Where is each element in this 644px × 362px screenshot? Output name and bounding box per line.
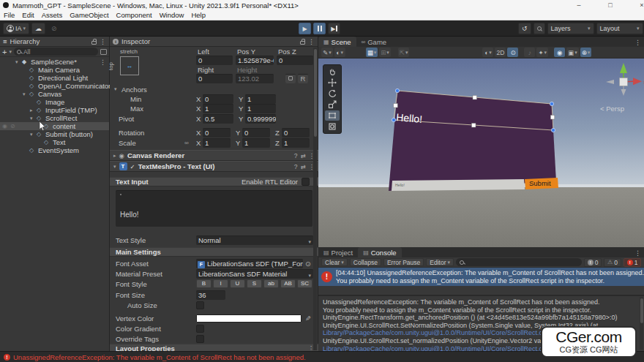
handle-corner-br[interactable]	[551, 128, 555, 132]
vertex-color-swatch[interactable]	[196, 314, 302, 323]
canvas-quad[interactable]	[389, 91, 556, 191]
grid-visibility-toggle[interactable]	[366, 48, 378, 57]
pivot-y-field[interactable]: 0.9999999	[245, 114, 276, 124]
more-options-icon[interactable]	[308, 38, 315, 45]
play-button[interactable]	[299, 23, 311, 34]
handle-corner-bl[interactable]	[392, 118, 395, 121]
tree-row-openai-communicator[interactable]: ◇OpenAI_Communicator	[0, 82, 109, 90]
tree-row-content-selected[interactable]: ◇content	[0, 122, 109, 130]
tree-row-submit-button[interactable]: ▾◇Submit (button)	[0, 130, 109, 138]
info-count-badge[interactable]: !0	[584, 258, 602, 267]
presets-icon[interactable]	[300, 163, 305, 170]
tab-scene[interactable]: Scene	[318, 37, 356, 47]
presets-icon[interactable]	[300, 152, 305, 159]
console-error-entry[interactable]: ! [04:44:10] UnassignedReferenceExceptio…	[318, 268, 644, 286]
foldout-icon[interactable]: ▸	[30, 108, 37, 113]
material-preset-dropdown[interactable]: LiberationSans SDF Material	[196, 269, 313, 279]
tree-row-scrollrect[interactable]: ▾◇ScrollRect	[0, 114, 109, 122]
picking-toggle-icon[interactable]	[10, 123, 15, 129]
handle-left-mid[interactable]	[394, 104, 398, 108]
layout-dropdown[interactable]: Layout	[596, 23, 643, 34]
add-object-button[interactable]: +	[2, 48, 7, 56]
tree-row-text[interactable]: ◇Text	[0, 138, 109, 146]
override-tags-checkbox[interactable]	[196, 335, 204, 343]
menu-file[interactable]: File	[4, 11, 15, 19]
picking-toggle[interactable]	[321, 48, 333, 57]
collab-button[interactable]	[48, 23, 61, 34]
cloud-button[interactable]	[31, 23, 45, 34]
foldout-icon[interactable]: ▾	[113, 164, 116, 170]
minimize-button[interactable]: –	[571, 0, 587, 10]
eyedropper-icon[interactable]	[305, 314, 311, 323]
pause-button[interactable]	[313, 23, 326, 34]
console-search-input[interactable]	[456, 258, 582, 266]
transform-tool[interactable]	[325, 121, 340, 132]
color-gradient-checkbox[interactable]	[196, 325, 204, 333]
search-options-icon[interactable]	[100, 49, 107, 55]
lowercase-button[interactable]: ab	[263, 279, 279, 288]
hierarchy-search-input[interactable]: All	[14, 48, 98, 56]
lock-icon[interactable]	[300, 41, 305, 45]
scene-viewport[interactable]: Hello! Submit Hello!	[318, 59, 644, 247]
more-options-icon[interactable]	[634, 249, 641, 257]
effects-dropdown[interactable]	[536, 48, 548, 57]
min-y-field[interactable]: 1	[245, 94, 276, 104]
foldout-icon[interactable]: ▾	[30, 132, 37, 137]
left-field[interactable]: 0	[196, 56, 233, 65]
gizmos-dropdown[interactable]	[580, 48, 592, 57]
height-field[interactable]: 123.02	[236, 74, 274, 83]
tree-row-inputfield[interactable]: ▸◇InputField (TMP)	[0, 106, 109, 114]
step-button[interactable]	[328, 23, 340, 34]
error-pause-button[interactable]: Error Pause	[383, 258, 424, 266]
help-icon[interactable]	[294, 152, 298, 159]
posz-field[interactable]: 0	[277, 56, 313, 65]
scale-y-field[interactable]: 1	[242, 138, 270, 148]
scene-input-field[interactable]	[392, 179, 525, 191]
move-tool[interactable]	[325, 78, 340, 88]
scale-z-field[interactable]: 1	[282, 138, 310, 148]
rtl-editor-checkbox[interactable]	[302, 178, 310, 186]
rotate-tool[interactable]	[325, 88, 340, 99]
scale-x-field[interactable]: 1	[203, 138, 231, 148]
lighting-toggle[interactable]	[507, 48, 518, 57]
menu-gameobject[interactable]: GameObject	[70, 11, 108, 19]
more-options-icon[interactable]	[634, 39, 641, 46]
warning-count-badge[interactable]: 0	[604, 258, 621, 267]
snap-settings-toggle[interactable]	[379, 48, 391, 57]
tmp-text-component[interactable]: ▾ T TextMeshPro - Text (UI)	[110, 161, 318, 172]
tree-row-eventsystem[interactable]: ◇EventSystem	[0, 146, 109, 154]
rect-tool[interactable]	[325, 110, 340, 121]
hand-tool[interactable]	[325, 67, 340, 77]
tree-row-canvas[interactable]: ▾◇Canvas	[0, 90, 109, 98]
min-x-field[interactable]: 0	[203, 94, 233, 104]
handle-right-mid[interactable]	[550, 116, 555, 120]
visibility-toggle[interactable]	[554, 48, 565, 57]
undo-history-button[interactable]	[518, 23, 531, 34]
inspector-scrollbar[interactable]	[313, 48, 317, 350]
clear-button[interactable]: Clear	[321, 258, 348, 266]
text-style-dropdown[interactable]: Normal	[196, 235, 313, 245]
restore-button[interactable]: □	[602, 0, 618, 10]
menu-edit[interactable]: Edit	[22, 11, 34, 19]
blueprint-mode-toggle[interactable]	[285, 74, 296, 83]
font-asset-field[interactable]: F LiberationSans SDF (TMP_Font As	[196, 259, 303, 268]
bold-button[interactable]: B	[196, 279, 211, 288]
tab-console[interactable]: Console	[358, 247, 401, 257]
visibility-toggle-icon[interactable]	[2, 123, 7, 129]
handle-bottom-mid[interactable]	[472, 124, 476, 128]
menu-component[interactable]: Component	[116, 11, 152, 19]
menu-assets[interactable]: Assets	[42, 11, 63, 19]
rotation-y-field[interactable]: 0	[242, 128, 270, 137]
posy-field[interactable]: 1.525879e-05	[236, 56, 274, 65]
foldout-icon[interactable]: ▾	[114, 86, 117, 92]
help-icon[interactable]	[294, 163, 298, 170]
auto-size-checkbox[interactable]	[196, 301, 204, 309]
object-picker-icon[interactable]	[305, 259, 311, 268]
error-count-badge[interactable]: !1	[624, 258, 641, 267]
audio-toggle[interactable]	[524, 48, 535, 57]
lock-icon[interactable]	[91, 41, 97, 45]
foldout-icon[interactable]: ▾	[15, 59, 22, 65]
persp-label[interactable]: < Persp	[600, 105, 624, 113]
editor-dropdown[interactable]: Editor	[426, 258, 454, 266]
console-scrollbar[interactable]	[640, 297, 643, 350]
